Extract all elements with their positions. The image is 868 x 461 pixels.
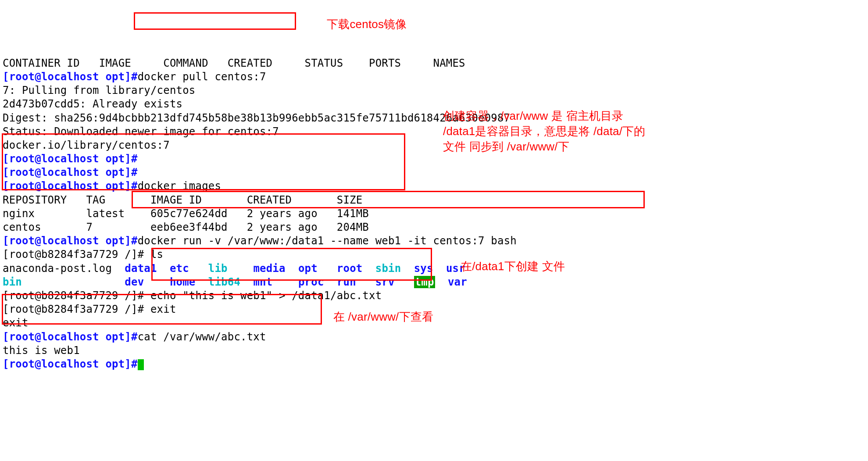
annotation-echo: 在/data1下创建 文件: [461, 259, 565, 274]
ls-link-lib64: lib64: [208, 276, 240, 288]
cmd-echo: echo "this is web1" > /data1/abc.txt: [150, 289, 382, 302]
ls-dir-proc: proc: [298, 276, 324, 288]
images-row-nginx: nginx latest 605c77e624dd 2 years ago 14…: [3, 207, 369, 220]
ls-dir-etc: etc: [170, 262, 189, 275]
prompt-local: [root@localhost opt]#: [3, 71, 138, 83]
annotation-pull: 下载centos镜像: [327, 17, 407, 32]
cmd-docker-images: docker images: [138, 180, 221, 192]
cmd-ls: ls: [150, 248, 163, 261]
prompt-local: [root@localhost opt]#: [3, 331, 138, 343]
prompt-local: [root@localhost opt]#: [3, 358, 138, 370]
ps-header: CONTAINER ID IMAGE COMMAND CREATED STATU…: [3, 57, 465, 69]
ls-link-sbin: sbin: [375, 262, 401, 275]
out-pull-4: Status: Downloaded newer image for cento…: [3, 125, 279, 138]
ls-dir-mnt: mnt: [253, 276, 272, 288]
prompt-container: [root@b8284f3a7729 /]#: [3, 303, 150, 315]
ls-dir-root: root: [337, 262, 363, 275]
ls-dir-opt: opt: [298, 262, 318, 275]
out-exit: exit: [3, 317, 29, 329]
ls-dir-home: home: [170, 276, 196, 288]
cmd-cat: cat /var/www/abc.txt: [138, 331, 266, 343]
images-header: REPOSITORY TAG IMAGE ID CREATED SIZE: [3, 194, 362, 206]
out-pull-2: 2d473b07cdd5: Already exists: [3, 98, 182, 110]
highlight-box-pull: [134, 12, 296, 30]
ls-dir-dev: dev: [125, 276, 144, 288]
terminal-output[interactable]: CONTAINER ID IMAGE COMMAND CREATED STATU…: [3, 57, 865, 371]
ls-link-bin: bin: [3, 276, 22, 288]
annotation-run: 创建容器，/var/www 是 宿主机目录 /data1是容器目录，意思是将 /…: [443, 108, 649, 154]
out-pull-5: docker.io/library/centos:7: [3, 139, 170, 151]
images-row-centos: centos 7 eeb6ee3f44bd 2 years ago 204MB: [3, 221, 369, 233]
annotation-cat: 在 /var/www/下查看: [333, 309, 433, 325]
prompt-container: [root@b8284f3a7729 /]#: [3, 248, 150, 261]
ls-dir-srv: srv: [375, 276, 395, 288]
ls-dir-sys: sys: [414, 262, 433, 275]
cmd-docker-run: docker run -v /var/www:/data1 --name web…: [138, 235, 517, 247]
prompt-local: [root@localhost opt]#: [3, 153, 138, 165]
prompt-container: [root@b8284f3a7729 /]#: [3, 289, 150, 302]
ls-dir-media: media: [253, 262, 285, 275]
prompt-local: [root@localhost opt]#: [3, 180, 138, 192]
ls-dir-data1: data1: [125, 262, 157, 275]
out-cat: this is web1: [3, 344, 80, 357]
cmd-docker-pull: docker pull centos:7: [138, 71, 266, 83]
prompt-local: [root@localhost opt]#: [3, 235, 138, 247]
ls-dir-var: var: [448, 276, 467, 288]
ls-dir-tmp: tmp: [414, 276, 435, 288]
out-pull-1: 7: Pulling from library/centos: [3, 84, 195, 96]
ls-dir-run: run: [337, 276, 356, 288]
cursor-icon: [138, 359, 144, 370]
prompt-local: [root@localhost opt]#: [3, 166, 138, 179]
out-pull-3: Digest: sha256:9d4bcbbb213dfd745b58be38b…: [3, 112, 510, 124]
ls-file-anaconda: anaconda-post.log: [3, 262, 125, 275]
ls-link-lib: lib: [208, 262, 228, 275]
cmd-exit: exit: [150, 303, 176, 315]
